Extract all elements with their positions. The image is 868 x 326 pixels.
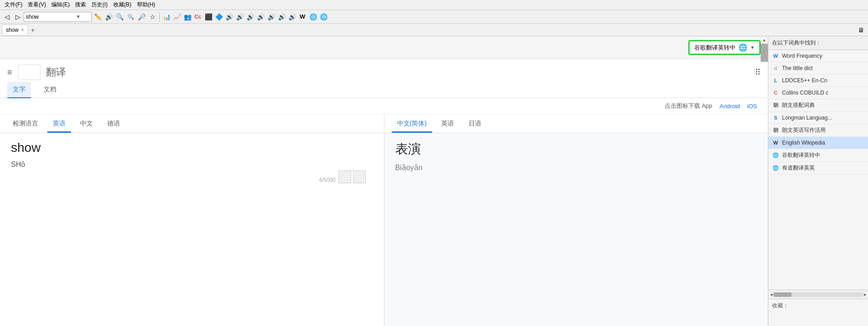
audio-icon6[interactable]: 🔊	[277, 12, 287, 22]
people-icon[interactable]: 👥	[182, 12, 192, 22]
scroll-left-arrow[interactable]: ◂	[770, 292, 772, 297]
source-lang-chinese[interactable]: 中文	[75, 116, 98, 133]
monitor-icon[interactable]: 🖥	[856, 25, 866, 35]
dict-icon: 🌐	[772, 165, 779, 172]
app-title: 翻译	[46, 65, 66, 79]
tab-show[interactable]: show ✕	[2, 25, 28, 35]
dict-item[interactable]: SLongman Languag...	[768, 112, 868, 124]
audio-icon5[interactable]: 🔊	[266, 12, 276, 22]
main-layout: 谷歌翻译英转中 🌐 ▼ ≡ 翻译 ⠿ 文字 文档 点击图标下载 App	[0, 36, 868, 326]
source-lang-detect[interactable]: 检测语言	[7, 116, 44, 133]
copy-button-2[interactable]	[353, 171, 366, 183]
back-button[interactable]: ◁	[2, 12, 12, 22]
dict-item-name: LDOCE5++ En-Cn	[782, 77, 864, 84]
wiki-icon[interactable]: W	[298, 12, 308, 22]
tab-document[interactable]: 文档	[38, 82, 62, 98]
translate-dropdown-button[interactable]: 谷歌翻译英转中 🌐 ▼	[688, 40, 761, 55]
source-word: show	[11, 140, 373, 155]
zoom-icon[interactable]: 🔍	[115, 12, 125, 22]
menu-favorites[interactable]: 收藏(B)	[111, 0, 134, 10]
audio-icon1[interactable]: 🔊	[224, 12, 234, 22]
globe-icon2[interactable]: 🌐	[318, 12, 328, 22]
new-tab-button[interactable]: +	[28, 25, 37, 35]
dict-item[interactable]: 朗朗文英语写作活用	[768, 124, 868, 137]
dict-item[interactable]: LLDOCE5++ En-Cn	[768, 75, 868, 87]
char-count-row: 4/5000	[11, 169, 373, 183]
zoom-out-icon[interactable]: 🔍	[126, 12, 136, 22]
translate-button-label: 谷歌翻译英转中	[694, 44, 736, 52]
toolbar-icon-group: 📊 📈 👥 Cc ⬛ 🔷 🔊 🔊 🔊 🔊 🔊 🔊 🔊 W 🌐 🌐	[161, 12, 328, 22]
zoom-fit-icon[interactable]: 🔎	[136, 12, 146, 22]
menu-history[interactable]: 历史(I)	[89, 0, 110, 10]
chart-icon[interactable]: 📈	[172, 12, 182, 22]
dict-item[interactable]: 🌐有道翻译英英	[768, 162, 868, 175]
android-link[interactable]: Android	[720, 103, 740, 110]
target-lang-chinese-simplified[interactable]: 中文(简体)	[392, 116, 432, 133]
menu-bar: 文件(F) 查看(V) 编辑(E) 搜索 历史(I) 收藏(B) 帮助(H)	[0, 0, 868, 10]
globe-icon1[interactable]: 🌐	[308, 12, 318, 22]
menu-help[interactable]: 帮助(H)	[134, 0, 158, 10]
language-selectors: 检测语言 英语 中文 德语 中文(简体) 英语 日语	[0, 114, 768, 133]
dict-item[interactable]: 🌐谷歌翻译英转中	[768, 149, 868, 162]
hamburger-menu-icon[interactable]: ≡	[7, 68, 12, 77]
bookmarks-label: 收藏：	[772, 302, 788, 309]
forward-button[interactable]: ▷	[13, 12, 23, 22]
apps-grid-icon[interactable]: ⠿	[755, 67, 761, 77]
scroll-up-button[interactable]: ▲	[761, 36, 768, 44]
speaker-icon[interactable]: 🔊	[104, 12, 114, 22]
ios-link[interactable]: iOS	[747, 103, 757, 110]
target-panel: 表演 Biǎoyǎn	[384, 133, 768, 326]
dict-item[interactable]: dThe little dict	[768, 62, 868, 75]
dict-list: WWord FrequencydThe little dictLLDOCE5++…	[768, 50, 868, 290]
menu-view[interactable]: 查看(V)	[25, 0, 49, 10]
menu-edit[interactable]: 编辑(E)	[49, 0, 72, 10]
source-panel: show SHō 4/5000	[0, 133, 384, 326]
dict-item[interactable]: 朗朗文搭配词典	[768, 99, 868, 112]
tab-text[interactable]: 文字	[7, 82, 31, 98]
bar-chart-icon[interactable]: 📊	[161, 12, 172, 22]
dict-item-name: Word Frequency	[782, 53, 864, 59]
dict-item-name: 朗文英语写作活用	[782, 126, 864, 134]
audio-icon2[interactable]: 🔊	[235, 12, 245, 22]
target-lang-english[interactable]: 英语	[436, 116, 459, 133]
download-text: 点击图标下载 App	[665, 102, 712, 110]
dict-item-name: English Wikipedia	[782, 140, 864, 146]
audio-icon3[interactable]: 🔊	[245, 12, 255, 22]
char-count: 4/5000	[319, 173, 336, 183]
copy-buttons	[338, 171, 366, 183]
source-lang-english[interactable]: 英语	[47, 116, 71, 133]
content-scrollbar[interactable]: ▲ ▼	[761, 36, 768, 326]
pencil-icon[interactable]: ✏️	[93, 12, 103, 22]
dict-item-name: 朗文搭配词典	[782, 101, 864, 109]
copy-button-1[interactable]	[338, 171, 351, 183]
app-header: ≡ 翻译 ⠿	[0, 59, 768, 82]
menu-search[interactable]: 搜索	[72, 0, 89, 10]
source-lang-german[interactable]: 德语	[102, 116, 126, 133]
search-dropdown-arrow[interactable]: ▼	[76, 14, 81, 19]
square-icon[interactable]: ⬛	[203, 12, 213, 22]
dict-item-name: Collins COBUILD c	[782, 90, 864, 96]
bookmarks-section: 收藏：	[768, 299, 868, 326]
tab-label: show	[6, 27, 19, 33]
audio-icon7[interactable]: 🔊	[287, 12, 297, 22]
puzzle-icon[interactable]: 🔷	[214, 12, 224, 22]
horizontal-scroll-bar[interactable]: ◂ ▸	[768, 290, 868, 299]
target-lang-panel: 中文(简体) 英语 日语	[384, 114, 768, 133]
source-lang-panel: 检测语言 英语 中文 德语	[0, 114, 384, 133]
search-input[interactable]	[26, 14, 76, 20]
dict-item[interactable]: WEnglish Wikipedia	[768, 137, 868, 149]
tab-close-button[interactable]: ✕	[20, 27, 24, 32]
dict-icon: L	[772, 77, 779, 84]
dict-icon: S	[772, 114, 779, 121]
star-icon[interactable]: ☆	[147, 12, 157, 22]
target-lang-japanese[interactable]: 日语	[463, 116, 487, 133]
dict-item[interactable]: WWord Frequency	[768, 50, 868, 62]
audio-icon4[interactable]: 🔊	[256, 12, 266, 22]
scroll-right-arrow[interactable]: ▸	[864, 292, 866, 297]
dict-icon: d	[772, 65, 779, 72]
menu-file[interactable]: 文件(F)	[2, 0, 25, 10]
translate-app: ≡ 翻译 ⠿ 文字 文档 点击图标下载 App Android iOS 检	[0, 59, 768, 326]
source-lang-tabs: 检测语言 英语 中文 德语	[0, 114, 384, 133]
cc-icon[interactable]: Cc	[193, 12, 203, 22]
dict-item[interactable]: CCollins COBUILD c	[768, 87, 868, 99]
